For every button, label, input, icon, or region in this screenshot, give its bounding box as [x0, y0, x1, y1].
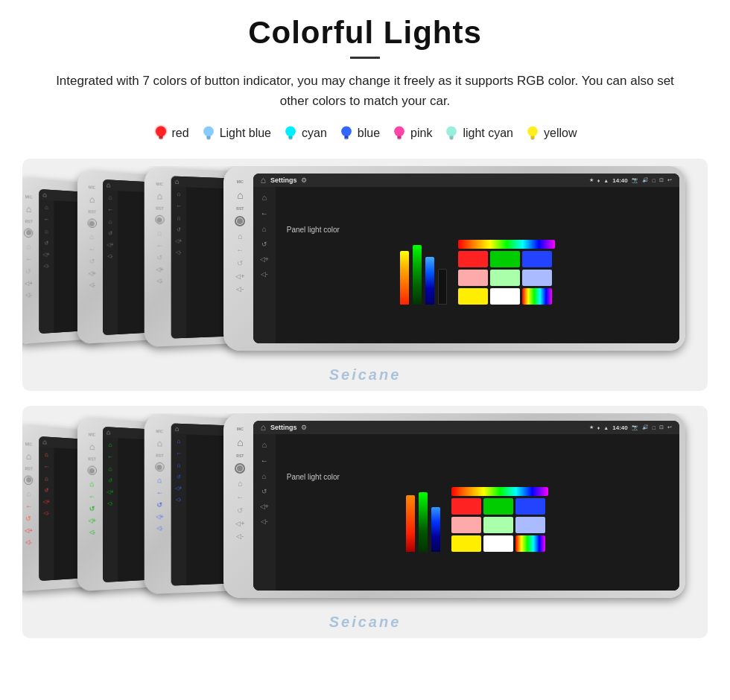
color-item-light-cyan: light cyan	[444, 124, 513, 142]
title-divider	[350, 57, 380, 59]
svg-point-3	[203, 127, 214, 137]
main-screen-2: ⌂ Settings ⚙ ★♦▲ 14:40 📷🔊□⊡↩	[253, 421, 679, 591]
color-item-light-blue: Light blue	[201, 124, 271, 142]
color-item-red: red	[153, 124, 189, 142]
color-label-yellow: yellow	[544, 127, 577, 140]
color-label-light-blue: Light blue	[220, 127, 271, 140]
page-title: Colorful Lights	[22, 15, 708, 51]
description-text: Integrated with 7 colors of button indic…	[45, 71, 685, 111]
page-container: Colorful Lights Integrated with 7 colors…	[0, 0, 730, 668]
screen-time-2: 14:40	[612, 424, 627, 431]
blue-bulb-icon	[339, 124, 354, 142]
color-label-light-cyan: light cyan	[463, 127, 513, 140]
svg-rect-17	[451, 139, 453, 140]
screen-sidebar-2: ⌂ ← ⌂ ↺ ◁+ ◁-	[253, 434, 276, 591]
svg-rect-2	[159, 139, 162, 140]
screen-main-content-2: Panel light color	[276, 434, 679, 591]
device-section-2: MIC ⌂ RST ⌂ ← ↺ ◁+ ◁- ⌂	[22, 406, 708, 638]
color-bars-1	[400, 245, 447, 305]
svg-rect-20	[531, 139, 533, 140]
svg-point-18	[527, 127, 538, 137]
screen-time-1: 14:40	[612, 177, 627, 184]
main-screen-1: ⌂ Settings ⚙ ★♦▲ 14:40 📷🔊□⊡↩	[253, 174, 679, 343]
screen-main-content-1: Panel light color	[276, 187, 679, 343]
yellow-bulb-icon	[525, 124, 540, 142]
device-unit-main-2: MIC ⌂ RST ⌂ ← ↺ ◁+ ◁-	[223, 413, 685, 598]
screen-sidebar-1: ⌂ ← ⌂ ↺ ◁+ ◁-	[253, 187, 276, 343]
svg-rect-11	[345, 139, 347, 140]
cyan-bulb-icon	[283, 124, 298, 142]
light-cyan-bulb-icon	[444, 124, 459, 142]
svg-rect-14	[398, 139, 400, 140]
color-item-cyan: cyan	[283, 124, 327, 142]
color-item-blue: blue	[339, 124, 380, 142]
color-item-pink: pink	[392, 124, 432, 142]
title-section: Colorful Lights Integrated with 7 colors…	[22, 15, 708, 111]
red-bulb-icon	[153, 124, 168, 142]
svg-point-0	[156, 127, 166, 137]
color-label-blue: blue	[358, 127, 380, 140]
color-grid-2	[451, 487, 548, 552]
panel-light-color-label-1: Panel light color	[287, 226, 340, 234]
watermark-1: Seicane	[22, 363, 708, 391]
panel-light-color-label-2: Panel light color	[287, 473, 340, 481]
svg-point-12	[394, 127, 404, 137]
svg-point-15	[447, 127, 457, 137]
screen-settings-label-1: Settings	[270, 176, 297, 184]
color-item-yellow: yellow	[525, 124, 577, 142]
color-bars-2	[406, 492, 440, 552]
light-blue-bulb-icon	[201, 124, 216, 142]
device-section-1: MIC ⌂ RST ⌂ ← ↺ ◁+ ◁- ⌂	[22, 159, 708, 391]
watermark-2: Seicane	[22, 611, 708, 638]
color-grid-1	[458, 240, 555, 305]
device-unit-main-1: MIC ⌂ RST ⌂ ← ↺ ◁+ ◁-	[223, 166, 685, 351]
color-label-red: red	[172, 127, 189, 140]
color-label-cyan: cyan	[302, 127, 327, 140]
svg-rect-5	[207, 139, 209, 140]
color-label-pink: pink	[410, 127, 432, 140]
svg-point-6	[285, 127, 296, 137]
color-indicators: red Light blue cyan	[22, 124, 708, 142]
pink-bulb-icon	[392, 124, 407, 142]
screen-settings-label-2: Settings	[270, 424, 297, 431]
svg-point-9	[341, 127, 352, 137]
svg-rect-8	[289, 139, 291, 140]
